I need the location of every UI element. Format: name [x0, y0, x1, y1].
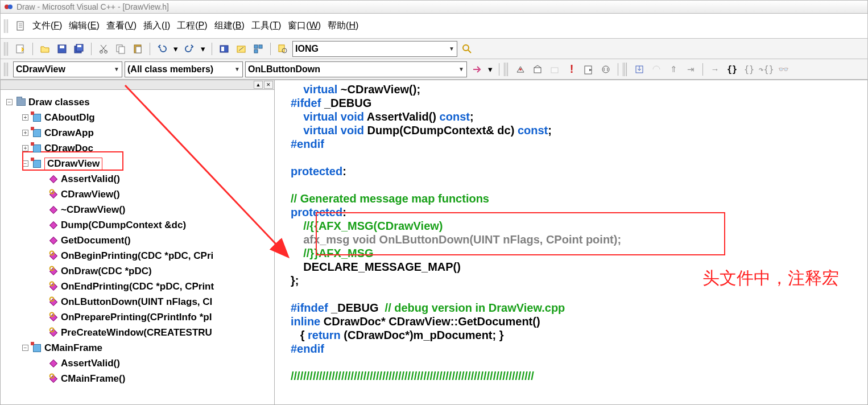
collapse-icon[interactable]: −	[22, 160, 28, 167]
close-pane-button[interactable]: ✕	[264, 81, 273, 89]
menu-project[interactable]: 工程(P)	[175, 19, 209, 33]
quick-watch-button[interactable]: 👓	[776, 62, 791, 77]
paste-button[interactable]	[130, 42, 145, 56]
toolbar-gripper[interactable]	[4, 63, 9, 76]
undo-dropdown[interactable]: ▾	[172, 42, 180, 56]
go-dropdown[interactable]: ▾	[486, 62, 494, 77]
copy-button[interactable]	[113, 42, 128, 56]
expand-icon[interactable]: +	[22, 114, 28, 121]
window-title: Draw - Microsoft Visual C++ - [DrawView.…	[16, 2, 169, 11]
tree-class[interactable]: +CDrawApp	[3, 125, 272, 140]
class-combo[interactable]: CDrawView ▼	[13, 61, 122, 77]
members-combo[interactable]: (All class members) ▼	[125, 61, 243, 77]
go-debug-button[interactable]	[581, 62, 596, 77]
editor-pane: virtual ~CDrawView(); #ifdef _DEBUG virt…	[275, 80, 868, 405]
menu-help[interactable]: 帮助(H)	[325, 19, 361, 33]
menu-tools[interactable]: 工具(T)	[249, 19, 283, 33]
function-combo[interactable]: OnLButtonDown ▼	[245, 61, 467, 77]
find-in-files-button[interactable]	[275, 42, 290, 56]
undo-button[interactable]	[155, 42, 170, 56]
find-combo[interactable]: IONG ▼	[292, 41, 457, 57]
svg-point-24	[519, 68, 522, 71]
tree-root[interactable]: −Draw classes	[3, 94, 272, 110]
workspace-pane-header: ▲ ✕	[0, 80, 275, 90]
class-icon	[32, 113, 42, 123]
collapse-icon[interactable]: −	[6, 99, 13, 105]
step-button[interactable]: ↷{}	[759, 62, 774, 77]
tree-func[interactable]: OnDraw(CDC *pDC)	[3, 263, 272, 279]
separator	[32, 43, 33, 55]
svg-rect-18	[254, 45, 258, 48]
function-icon	[48, 220, 59, 230]
toolbar-gripper[interactable]	[4, 19, 9, 33]
chevron-down-icon: ▼	[449, 46, 454, 52]
code-editor[interactable]: virtual ~CDrawView(); #ifdef _DEBUG virt…	[275, 80, 868, 405]
tree-func[interactable]: OnEndPrinting(CDC *pDC, CPrint	[3, 279, 272, 294]
brace-right-button[interactable]: {}	[742, 62, 757, 77]
build-button[interactable]	[530, 62, 545, 77]
output-button[interactable]	[234, 42, 249, 56]
tree-func[interactable]: OnLButtonDown(UINT nFlags, CI	[3, 294, 272, 309]
tree-func[interactable]: AssertValid()	[3, 171, 272, 187]
step-out-button[interactable]: ⇑	[666, 62, 681, 77]
tree-class-selected[interactable]: −CDrawView	[3, 156, 272, 171]
window-list-button[interactable]	[251, 42, 266, 56]
save-all-button[interactable]	[72, 42, 86, 56]
next-statement-button[interactable]: →	[708, 62, 722, 77]
menu-edit[interactable]: 编辑(E)	[67, 19, 101, 33]
go-button[interactable]	[469, 62, 484, 77]
key-function-icon	[48, 189, 59, 200]
float-pane-button[interactable]: ▲	[254, 81, 263, 89]
new-text-file-button[interactable]	[13, 42, 28, 56]
brace-left-button[interactable]: {}	[725, 62, 739, 77]
cut-button[interactable]	[96, 42, 111, 56]
tree-func[interactable]: GetDocument()	[3, 233, 272, 248]
run-to-cursor-button[interactable]: ⇥	[683, 62, 698, 77]
tree-func[interactable]: Dump(CDumpContext &dc)	[3, 217, 272, 233]
breakpoint-button[interactable]	[598, 62, 613, 77]
redo-button[interactable]	[182, 42, 197, 56]
tree-func[interactable]: CMainFrame()	[3, 371, 272, 386]
save-button[interactable]	[55, 42, 69, 56]
tree-func[interactable]: AssertValid()	[3, 356, 272, 371]
tree-func[interactable]: ~CDrawView()	[3, 202, 272, 217]
menu-insert[interactable]: 插入(I)	[141, 19, 172, 33]
svg-rect-14	[136, 47, 141, 53]
toolbar-gripper[interactable]	[4, 42, 9, 56]
menu-window[interactable]: 窗口(W)	[286, 19, 323, 33]
tree-class[interactable]: +CDrawDoc	[3, 140, 272, 156]
function-icon	[48, 358, 59, 369]
workspace-pane: ▲ ✕ −Draw classes +CAboutDlg +CDrawApp +…	[0, 80, 275, 405]
class-tree[interactable]: −Draw classes +CAboutDlg +CDrawApp +CDra…	[0, 90, 275, 405]
step-over-button[interactable]	[649, 62, 664, 77]
execute-button[interactable]: !	[564, 62, 579, 77]
toolbar-gripper[interactable]	[623, 63, 627, 76]
find-button[interactable]	[460, 42, 474, 56]
menu-view[interactable]: 查看(V)	[104, 19, 139, 33]
expand-icon[interactable]: +	[22, 130, 28, 136]
menu-file[interactable]: 文件(F)	[30, 19, 64, 33]
tree-func[interactable]: OnBeginPrinting(CDC *pDC, CPri	[3, 248, 272, 263]
tree-func[interactable]: PreCreateWindow(CREATESTRU	[3, 325, 272, 340]
tree-func[interactable]: OnPreparePrinting(CPrintInfo *pI	[3, 309, 272, 325]
step-into-button[interactable]	[632, 62, 647, 77]
redo-dropdown[interactable]: ▾	[199, 42, 207, 56]
stop-build-button[interactable]	[547, 62, 562, 77]
key-function-icon	[48, 374, 59, 384]
expand-icon[interactable]: +	[22, 145, 28, 151]
open-button[interactable]	[38, 42, 52, 56]
tree-func[interactable]: CDrawView()	[3, 187, 272, 202]
compile-button[interactable]	[513, 62, 528, 77]
tree-class[interactable]: −CMainFrame	[3, 340, 272, 356]
collapse-icon[interactable]: −	[22, 345, 28, 351]
function-icon	[48, 174, 59, 184]
doc-icon[interactable]	[13, 19, 28, 34]
workspace-button[interactable]	[217, 42, 232, 56]
menu-build[interactable]: 组建(B)	[212, 19, 247, 33]
window-titlebar: Draw - Microsoft Visual C++ - [DrawView.…	[0, 0, 868, 14]
toolbar-gripper[interactable]	[504, 63, 509, 76]
separator	[212, 43, 212, 55]
find-combo-value: IONG	[295, 44, 319, 54]
tree-class[interactable]: +CAboutDlg	[3, 110, 272, 125]
svg-point-1	[8, 5, 13, 9]
